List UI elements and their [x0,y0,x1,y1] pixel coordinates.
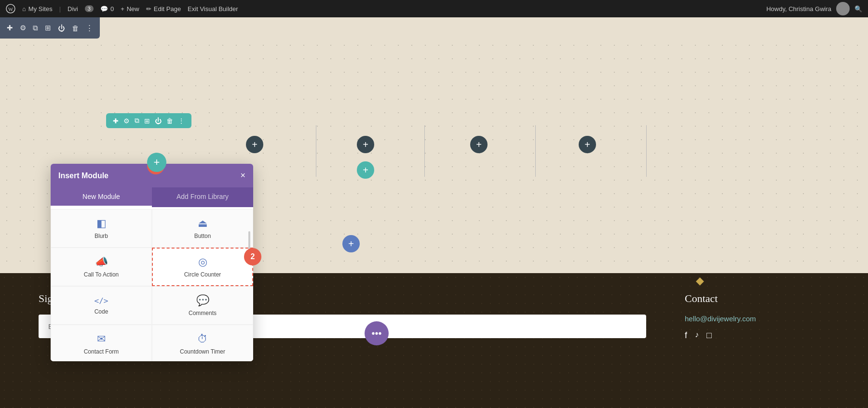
sep1: | [59,5,61,13]
contact-form-label: Contact Form [84,348,119,355]
row-power-btn[interactable]: ⏻ [153,116,163,126]
tiktok-icon[interactable]: ♪ [695,330,699,341]
edit-page-label: Edit Page [154,5,181,13]
wp-logo-icon: W [6,4,15,13]
row-add-btn[interactable]: ✚ [111,116,121,126]
footer-contact: Contact hello@divijewelry.com f ♪ □ [685,292,829,341]
button-icon: ⏏ [198,217,208,230]
new-link[interactable]: + New [121,5,139,13]
modal-close-btn[interactable]: × [240,171,245,181]
divi-label: Divi [68,5,78,13]
comment-count: 0 [110,5,114,13]
module-circle-counter[interactable]: ◎ Circle Counter [152,248,253,286]
add-col-btn-3[interactable]: + [470,136,488,153]
admin-bar-left: W ⌂ My Sites | Divi 3 💬 0 + New ✏ Edit P… [6,4,759,13]
row-more-btn[interactable]: ⋮ [176,116,187,126]
add-col-btn-4[interactable]: + [579,136,596,153]
pencil-icon: ✏ [146,5,151,13]
circle-counter-icon: ◎ [198,256,207,268]
countdown-timer-icon: ⏱ [197,333,208,345]
dots-menu-btn[interactable]: ••• [365,321,389,345]
row-grid-btn[interactable]: ⊞ [142,116,152,126]
module-blurb[interactable]: ◧ Blurb [51,209,152,248]
toolbar-settings-btn[interactable]: ⚙ [20,24,26,32]
call-to-action-icon: 📣 [95,256,108,268]
tab-new-module[interactable]: New Module [51,187,152,207]
row-settings-btn[interactable]: ⚙ [122,116,132,126]
code-icon: </> [95,296,108,305]
avatar [836,2,850,15]
edit-page-link[interactable]: ✏ Edit Page [146,5,181,13]
comments-link[interactable]: 💬 0 [100,5,114,13]
contact-email[interactable]: hello@divijewelry.com [685,315,829,323]
call-to-action-label: Call To Action [84,271,119,278]
row-add-plus-btn[interactable]: + [357,161,374,179]
social-icons: f ♪ □ [685,330,829,341]
module-comments[interactable]: 💬 Comments [152,286,253,325]
divi-link[interactable]: Divi [68,5,78,13]
modal-title: Insert Module [58,171,108,180]
toolbar-clone-btn[interactable]: ⧉ [33,24,38,32]
contact-title: Contact [685,292,829,305]
section-add-btn[interactable]: + [342,235,360,252]
button-label: Button [194,233,211,239]
exit-builder-label: Exit Visual Builder [188,5,238,13]
row-clone-btn[interactable]: ⧉ [133,116,141,126]
add-col-btn-2[interactable]: + [357,136,374,153]
contact-form-icon: ✉ [97,333,106,345]
insert-module-modal: 1 Insert Module × New Module Add From Li… [51,164,253,361]
comment-icon: 💬 [100,5,108,13]
code-label: Code [95,308,108,315]
modal-plus-trigger[interactable]: + [147,153,166,172]
new-label: New [127,5,139,13]
builder-toolbar: ✚ ⚙ ⧉ ⊞ ⏻ 🗑 ⋮ [0,17,100,39]
module-countdown-timer[interactable]: ⏱ Countdown Timer [152,325,253,361]
module-call-to-action[interactable]: 📣 Call To Action [51,248,152,286]
toolbar-more-btn[interactable]: ⋮ [86,24,93,32]
admin-bar: W ⌂ My Sites | Divi 3 💬 0 + New ✏ Edit P… [0,0,868,17]
facebook-icon[interactable]: f [685,330,687,341]
user-greeting: Howdy, Christina Gwira [766,5,831,13]
blurb-icon: ◧ [96,217,107,230]
module-contact-form[interactable]: ✉ Contact Form [51,325,152,361]
modal-tabs: New Module Add From Library [51,187,253,207]
tab-add-from-library[interactable]: Add From Library [152,187,253,207]
toolbar-add-btn[interactable]: ✚ [7,24,13,32]
col-sep-3 [535,125,536,177]
col-sep-1 [316,125,316,177]
wp-logo-link[interactable]: W [6,4,15,13]
row-delete-btn[interactable]: 🗑 [164,116,175,126]
circle-counter-label: Circle Counter [184,271,221,278]
revision-count: 3 [85,5,94,12]
comments-icon: 💬 [196,294,209,307]
diamond-icon: ◆ [696,275,704,287]
my-sites-label: My Sites [28,5,53,13]
row-toolbar: ✚ ⚙ ⧉ ⊞ ⏻ 🗑 ⋮ [106,113,191,128]
countdown-timer-label: Countdown Timer [180,348,225,355]
col-sep-4 [646,125,647,177]
module-button[interactable]: ⏏ Button [152,209,253,248]
add-col-btn-1[interactable]: + [246,136,263,153]
toolbar-delete-btn[interactable]: 🗑 [72,24,79,32]
my-sites-link[interactable]: ⌂ My Sites [22,5,53,13]
svg-text:W: W [8,6,14,12]
plus-icon: + [121,5,124,13]
module-code[interactable]: </> Code [51,286,152,325]
instagram-icon[interactable]: □ [706,330,712,341]
toolbar-power-btn[interactable]: ⏻ [58,24,65,32]
comments-label: Comments [189,310,217,316]
page-content: ✚ ⚙ ⧉ ⊞ ⏻ 🗑 ⋮ + + + + + + Sign Up For Sh… [0,39,868,408]
col-sep-2 [424,125,425,177]
search-icon[interactable]: 🔍 [854,5,862,13]
exit-builder-link[interactable]: Exit Visual Builder [188,5,238,13]
toolbar-grid-btn[interactable]: ⊞ [45,24,51,32]
module-grid: ◧ Blurb ⏏ Button 📣 Call To Action ◎ Circ… [51,207,253,361]
home-icon: ⌂ [22,5,26,13]
blurb-label: Blurb [95,233,108,239]
modal-badge-2: 2 [244,248,261,265]
admin-bar-right: Howdy, Christina Gwira 🔍 [766,2,862,15]
